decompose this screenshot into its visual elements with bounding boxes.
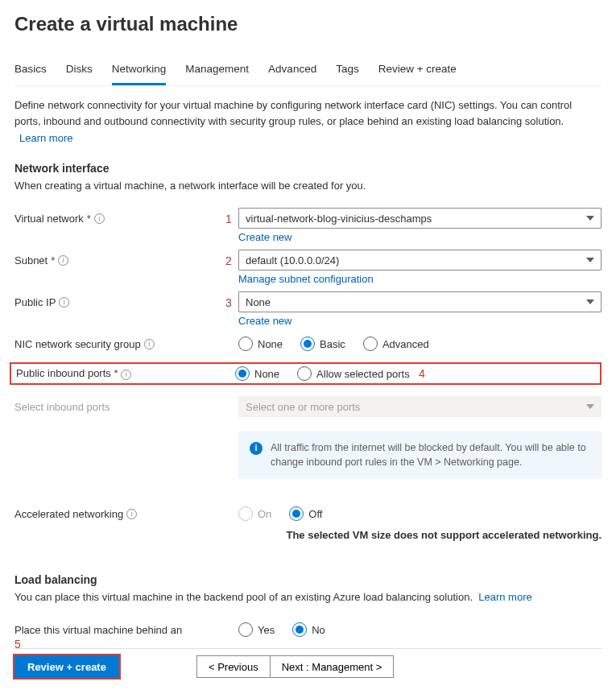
radio-icon (363, 337, 378, 351)
info-icon: i (250, 442, 263, 455)
nsg-radio-basic[interactable]: Basic (300, 337, 345, 351)
row-public-inbound-ports: Public inbound ports * i None Allow sele… (10, 362, 602, 385)
inbound-info-text: All traffic from the internet will be bl… (271, 441, 590, 469)
inbound-radio-allow[interactable]: Allow selected ports (297, 366, 410, 381)
required-marker: * (87, 213, 91, 225)
nsg-option-0: None (258, 338, 283, 350)
vnet-select-value: virtual-network-blog-vinicius-deschamps (246, 213, 432, 225)
public-ip-select-value: None (246, 296, 271, 308)
accel-networking-note: The selected VM size does not support ac… (14, 529, 602, 541)
chevron-down-icon (586, 216, 594, 221)
radio-icon (289, 506, 304, 521)
tab-management[interactable]: Management (185, 58, 249, 85)
subnet-select-value: default (10.0.0.0/24) (246, 254, 339, 266)
radio-icon (297, 366, 312, 381)
row-subnet: Subnet * i 2 default (10.0.0.0/24) Manag… (14, 246, 602, 288)
section-load-balancing-title: Load balancing (14, 573, 602, 586)
info-icon[interactable]: i (94, 213, 105, 224)
annotation-2: 2 (225, 254, 232, 267)
required-marker: * (114, 367, 118, 379)
label-nsg: NIC network security group (14, 338, 141, 350)
accel-option-1: Off (308, 508, 322, 520)
radio-icon (235, 366, 250, 381)
vnet-select[interactable]: virtual-network-blog-vinicius-deschamps (238, 208, 602, 229)
nsg-radio-advanced[interactable]: Advanced (363, 337, 429, 351)
lb-radio-yes[interactable]: Yes (238, 622, 275, 637)
select-inbound-placeholder: Select one or more ports (246, 401, 360, 413)
lb-option-0: Yes (258, 624, 275, 636)
chevron-down-icon (586, 404, 594, 409)
radio-icon (238, 622, 253, 637)
annotation-3: 3 (225, 296, 232, 309)
row-accelerated-networking: Accelerated networking i On Off (14, 500, 602, 524)
radio-icon (238, 506, 253, 521)
inbound-option-1: Allow selected ports (316, 368, 410, 380)
annotation-4: 4 (419, 367, 425, 380)
radio-icon (300, 337, 315, 351)
row-select-inbound-ports: Select inbound ports Select one or more … (14, 393, 602, 420)
wizard-tabs: Basics Disks Networking Management Advan… (14, 58, 602, 86)
label-virtual-network: Virtual network (14, 213, 84, 225)
vnet-create-new-link[interactable]: Create new (238, 231, 291, 243)
label-public-ip: Public IP (14, 296, 56, 308)
info-icon[interactable]: i (121, 370, 131, 380)
accel-option-0: On (258, 508, 271, 520)
info-icon[interactable]: i (59, 297, 69, 308)
nsg-radio-none[interactable]: None (238, 337, 283, 351)
label-subnet: Subnet (14, 254, 48, 266)
public-ip-select[interactable]: None (238, 291, 602, 312)
tab-disks[interactable]: Disks (66, 58, 93, 85)
inbound-info-callout: i All traffic from the internet will be … (238, 432, 602, 479)
nsg-option-2: Advanced (382, 338, 429, 350)
next-button[interactable]: Next : Management > (270, 655, 395, 678)
tab-networking[interactable]: Networking (112, 58, 167, 85)
accel-radio-on: On (238, 506, 271, 521)
accel-radio-off[interactable]: Off (289, 506, 322, 521)
section-network-interface-title: Network interface (14, 162, 602, 175)
info-icon[interactable]: i (144, 339, 155, 349)
nav-button-group: < Previous Next : Management > (196, 655, 394, 678)
label-accelerated-networking: Accelerated networking (14, 508, 123, 520)
label-place-behind-lb: Place this virtual machine behind an (14, 624, 182, 636)
radio-icon (238, 337, 253, 351)
chevron-down-icon (586, 258, 594, 262)
lb-radio-no[interactable]: No (292, 622, 325, 637)
intro-learn-more-link[interactable]: Learn more (19, 132, 72, 144)
lb-option-1: No (312, 624, 325, 636)
review-create-button[interactable]: Review + create (14, 655, 119, 678)
required-marker: * (51, 254, 55, 266)
tab-tags[interactable]: Tags (336, 58, 359, 85)
radio-icon (292, 622, 307, 637)
row-nsg: NIC network security group i None Basic … (14, 330, 602, 354)
public-ip-create-new-link[interactable]: Create new (238, 315, 291, 327)
section-network-interface-subtitle: When creating a virtual machine, a netwo… (14, 180, 602, 192)
inbound-radio-none[interactable]: None (235, 366, 279, 381)
nsg-option-1: Basic (320, 338, 345, 350)
wizard-footer: 5 Review + create < Previous Next : Mana… (14, 648, 602, 678)
load-balancing-text: You can place this virtual machine in th… (14, 591, 602, 603)
tab-review-create[interactable]: Review + create (378, 58, 457, 85)
inbound-option-0: None (254, 368, 279, 380)
info-icon[interactable]: i (126, 509, 137, 519)
subnet-manage-link[interactable]: Manage subnet configuration (238, 273, 374, 285)
previous-button[interactable]: < Previous (196, 655, 270, 678)
subnet-select[interactable]: default (10.0.0.0/24) (238, 250, 602, 271)
row-place-behind-lb: Place this virtual machine behind an Yes… (14, 616, 602, 640)
row-virtual-network: Virtual network * i 1 virtual-network-bl… (14, 204, 602, 246)
select-inbound-ports-select: Select one or more ports (238, 396, 602, 417)
chevron-down-icon (586, 299, 594, 304)
tab-advanced[interactable]: Advanced (268, 58, 316, 85)
label-public-inbound-ports: Public inbound ports (16, 367, 111, 379)
label-select-inbound-ports: Select inbound ports (14, 401, 110, 413)
page-title: Create a virtual machine (14, 13, 602, 35)
load-balancing-desc: You can place this virtual machine in th… (14, 591, 473, 603)
annotation-1: 1 (225, 213, 232, 225)
annotation-5: 5 (14, 638, 21, 651)
load-balancing-learn-more-link[interactable]: Learn more (478, 591, 531, 603)
row-public-ip: Public IP i 3 None Create new (14, 288, 602, 330)
intro-text: Define network connectivity for your vir… (14, 97, 594, 129)
tab-basics[interactable]: Basics (14, 58, 47, 85)
info-icon[interactable]: i (58, 255, 68, 266)
